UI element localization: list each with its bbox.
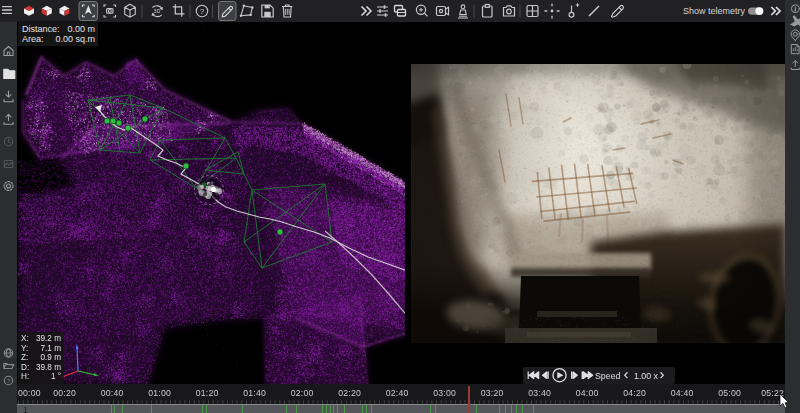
svg-text:1.00 x: 1.00 x xyxy=(634,371,659,381)
svg-text:Speed: Speed xyxy=(595,371,621,381)
svg-text:?: ? xyxy=(7,378,11,384)
svg-text:3D: 3D xyxy=(153,8,160,14)
svg-text:?: ? xyxy=(200,7,205,16)
